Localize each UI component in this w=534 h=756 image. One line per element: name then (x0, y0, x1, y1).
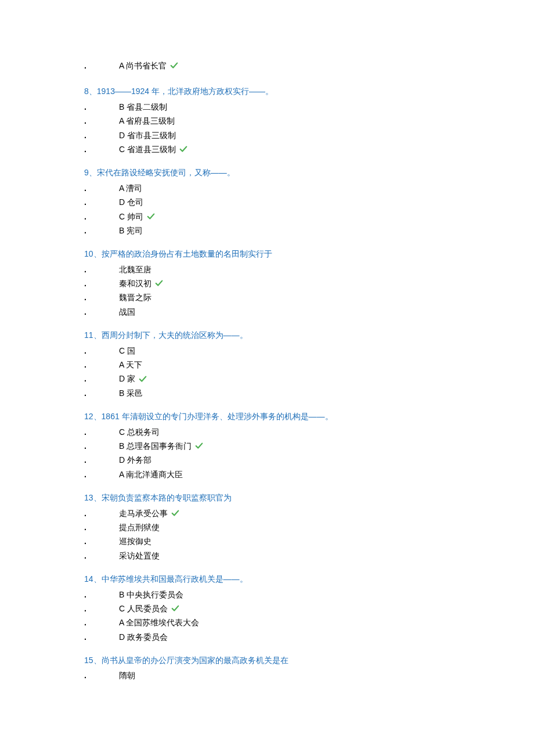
answer-line: .A 天下 (84, 358, 450, 371)
bullet-dot: . (84, 210, 119, 223)
checkmark-icon (171, 604, 179, 613)
answer-line: .C 国 (84, 344, 450, 357)
answer-line: .B 中央执行委员会 (84, 588, 450, 601)
bullet-dot: . (84, 358, 119, 371)
answer-line: .D 政务委员会 (84, 631, 450, 643)
answer-line: .秦和汉初 (84, 277, 450, 290)
question-title: 9、宋代在路设经略安抚使司，又称——。 (84, 166, 450, 179)
bullet-dot: . (84, 182, 119, 195)
answer-line: .提点刑狱使 (84, 521, 450, 534)
answer-line: .C 总税务司 (84, 426, 450, 438)
bullet-dot: . (84, 440, 119, 452)
answer-text: B 采邑 (119, 387, 143, 399)
bullet-dot: . (84, 669, 119, 682)
answer-text: 提点刑狱使 (119, 521, 160, 534)
bullet-dot: . (84, 224, 119, 237)
answer-text: A 南北洋通商大臣 (119, 468, 183, 481)
answer-line: .C 人民委员会 (84, 602, 450, 615)
checkmark-icon (147, 213, 155, 221)
bullet-dot: . (84, 305, 119, 318)
bullet-dot: . (84, 468, 119, 481)
answer-text: 秦和汉初 (119, 277, 151, 290)
question-title: 8、1913——1924 年，北洋政府地方政权实行——。 (84, 85, 450, 98)
answer-text: D 省市县三级制 (119, 129, 176, 142)
bullet-dot: . (84, 291, 119, 304)
answer-text: B 省县二级制 (119, 100, 167, 113)
bullet-dot: . (84, 277, 119, 290)
answer-text: D 仓司 (119, 196, 143, 208)
answer-line: .北魏至唐 (84, 263, 450, 276)
answer-text: 战国 (119, 305, 135, 318)
answer-line: .A 漕司 (84, 182, 450, 195)
answer-text: C 帅司 (119, 210, 143, 223)
answer-line: .B 采邑 (84, 387, 450, 399)
answer-line: .走马承受公事 (84, 507, 450, 520)
bullet-dot: . (84, 507, 119, 520)
question-title: 10、按严格的政治身份占有土地数量的名田制实行于 (84, 247, 450, 260)
answer-text: B 总理各国事务衙门 (119, 440, 192, 452)
answer-line: .A 南北洋通商大臣 (84, 468, 450, 481)
answer-text: C 人民委员会 (119, 602, 168, 615)
answer-line: .采访处置使 (84, 549, 450, 562)
question-title: 12、1861 年清朝设立的专门办理洋务、处理涉外事务的机构是——。 (84, 410, 450, 423)
bullet-dot: . (84, 59, 119, 72)
answer-text: 北魏至唐 (119, 263, 151, 276)
bullet-dot: . (84, 426, 119, 438)
answer-line: .C 省道县三级制 (84, 143, 450, 156)
answer-line: .D 省市县三级制 (84, 129, 450, 142)
bullet-dot: . (84, 196, 119, 208)
answer-text: 隋朝 (119, 669, 135, 682)
answer-text: A 天下 (119, 358, 142, 371)
question-title: 13、宋朝负责监察本路的专职监察职官为 (84, 491, 450, 504)
answer-line: .D 外务部 (84, 453, 450, 466)
answer-line: .D 家 (84, 372, 450, 385)
answer-text: C 总税务司 (119, 426, 160, 438)
answer-line: .战国 (84, 305, 450, 318)
answer-line: .魏晋之际 (84, 291, 450, 304)
answer-line: .A 省府县三级制 (84, 114, 450, 127)
bullet-dot: . (84, 100, 119, 113)
answer-text: 走马承受公事 (119, 507, 168, 520)
answer-line: .巡按御史 (84, 535, 450, 548)
checkmark-icon (195, 442, 203, 450)
answer-text: B 中央执行委员会 (119, 588, 183, 601)
answer-line: . A 尚书省长官 (84, 59, 450, 72)
bullet-dot: . (84, 143, 119, 156)
bullet-dot: . (84, 129, 119, 142)
answer-text: D 家 (119, 372, 135, 385)
answer-text: A 漕司 (119, 182, 142, 195)
answer-line: .B 总理各国事务衙门 (84, 440, 450, 452)
bullet-dot: . (84, 387, 119, 399)
bullet-dot: . (84, 588, 119, 601)
bullet-dot: . (84, 453, 119, 466)
checkmark-icon (155, 279, 163, 287)
answer-text: 采访处置使 (119, 549, 160, 562)
answer-text: 魏晋之际 (119, 291, 151, 304)
answer-text: D 政务委员会 (119, 631, 168, 643)
answer-text: A 全国苏维埃代表大会 (119, 616, 199, 629)
bullet-dot: . (84, 114, 119, 127)
bullet-dot: . (84, 372, 119, 385)
bullet-dot: . (84, 535, 119, 548)
answer-line: .B 省县二级制 (84, 100, 450, 113)
answer-text: D 外务部 (119, 453, 151, 466)
bullet-dot: . (84, 616, 119, 629)
answer-text: A 省府县三级制 (119, 114, 175, 127)
bullet-dot: . (84, 521, 119, 534)
answer-line: .隋朝 (84, 669, 450, 682)
answer-text: A 尚书省长官 (119, 59, 167, 72)
bullet-dot: . (84, 263, 119, 276)
bullet-dot: . (84, 602, 119, 615)
checkmark-icon (139, 375, 147, 383)
answer-line: .C 帅司 (84, 210, 450, 223)
answer-line: .A 全国苏维埃代表大会 (84, 616, 450, 629)
answer-line: .B 宪司 (84, 224, 450, 237)
checkmark-icon (171, 509, 179, 517)
checkmark-icon (170, 62, 178, 70)
question-title: 14、中华苏维埃共和国最高行政机关是——。 (84, 573, 450, 585)
answer-text: B 宪司 (119, 224, 143, 237)
checkmark-icon (179, 145, 187, 153)
answer-text: C 省道县三级制 (119, 143, 176, 156)
question-title: 15、尚书从皇帝的办公厅演变为国家的最高政务机关是在 (84, 654, 450, 667)
bullet-dot: . (84, 631, 119, 643)
